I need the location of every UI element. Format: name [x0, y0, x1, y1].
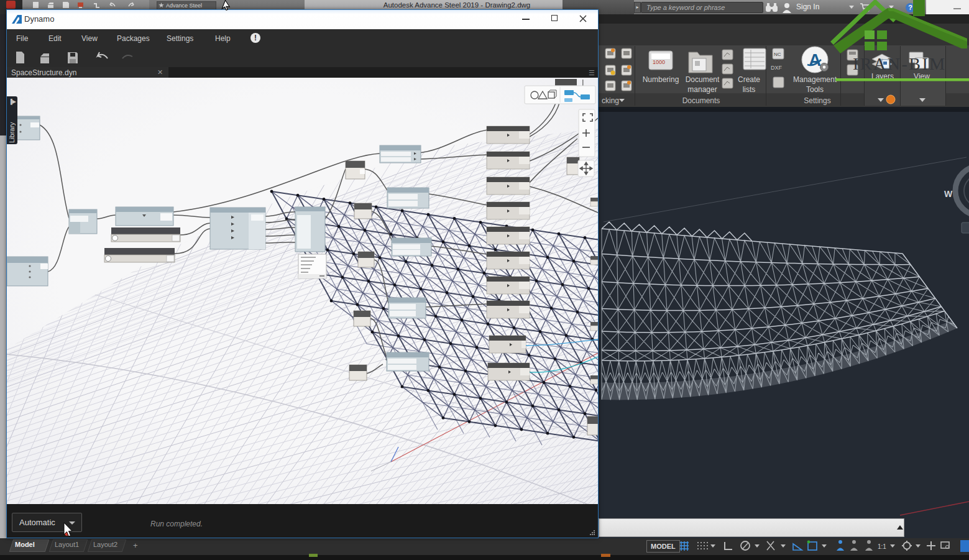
svg-text:1:1: 1:1 [878, 543, 886, 550]
svg-text:DXF: DXF [771, 65, 783, 71]
svg-text:W: W [944, 189, 953, 199]
svg-text:1000: 1000 [653, 59, 665, 65]
svg-text:A: A [809, 50, 821, 70]
svg-text:NC: NC [774, 52, 781, 57]
